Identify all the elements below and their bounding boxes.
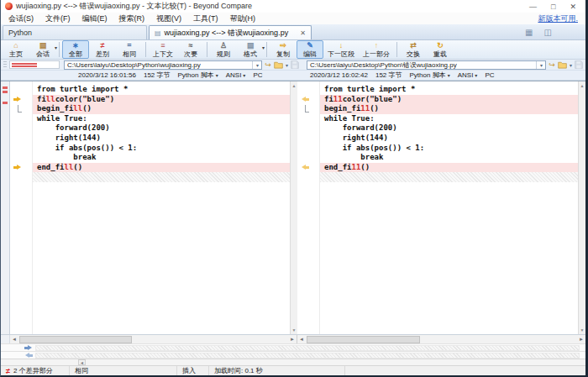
new-version-link[interactable]: 新版本可用. (538, 13, 578, 24)
scroll-up-icon[interactable]: ▲ (580, 83, 585, 88)
toolbar-home-button[interactable]: ⌂主页 (3, 40, 29, 59)
menu-view[interactable]: 视图(V) (150, 13, 187, 24)
left-encoding-select[interactable]: ANSI▾ (226, 71, 246, 79)
left-code-line-6[interactable]: right(144) (10, 134, 290, 144)
maximize-button[interactable]: □ (551, 3, 555, 11)
scroll-right-icon[interactable]: ► (288, 335, 297, 343)
detail-copy-left-arrow-icon[interactable] (24, 353, 33, 359)
right-code-line-9[interactable]: end_fi11() (297, 163, 578, 173)
right-path-combobox[interactable]: C:\Users\laiyu\Desktop\Python\错误wujiaoxi… (307, 60, 546, 70)
detail-scrollbar[interactable]: ◄ (1, 359, 585, 365)
scroll-track[interactable] (307, 336, 576, 343)
toolbar-rules-button[interactable]: ♙规则 (210, 40, 237, 59)
toolbar-all-button[interactable]: ∗全部 (62, 40, 89, 59)
diff-mark[interactable] (3, 91, 8, 93)
right-editor[interactable]: from turtle import *fi11color("blue")beg… (297, 81, 578, 334)
left-code-line-9[interactable]: end_fill() (10, 163, 290, 173)
right-code-line-4[interactable]: while True: (297, 114, 578, 124)
left-save-icon[interactable] (291, 60, 299, 69)
right-code-line-8[interactable]: break (297, 153, 578, 163)
right-line-detail-pane[interactable] (1, 351, 585, 359)
toolbar-differences-button[interactable]: ≠差别 (89, 40, 116, 59)
diff-overview-map[interactable] (1, 81, 10, 334)
scroll-left-icon[interactable]: ◄ (297, 335, 306, 343)
dropdown-arrow-icon[interactable]: ▾ (262, 45, 265, 50)
right-code-line-1[interactable]: from turtle import * (297, 85, 578, 95)
tab-python-session[interactable]: Python (3, 25, 147, 39)
scroll-track[interactable] (19, 336, 287, 343)
right-save-icon[interactable] (575, 60, 583, 69)
toolbar-context-button[interactable]: ≡上下文 (149, 40, 177, 59)
toolbar-copy-button[interactable]: ⇨复制 (270, 40, 297, 59)
detail-text-area[interactable] (35, 353, 580, 359)
right-vertical-scrollbar[interactable]: ▲ ▼ (578, 81, 585, 334)
menu-session[interactable]: 会话(S) (3, 13, 39, 24)
detail-text-area[interactable] (35, 345, 580, 351)
left-format-select[interactable]: Python 脚本▾ (178, 71, 218, 80)
copy-to-left-arrow-icon[interactable] (301, 165, 309, 170)
toolbar-reload-button[interactable]: ↻重载 (427, 40, 454, 59)
insert-mode-cell[interactable]: 插入 (177, 366, 209, 375)
left-path-dropdown-icon[interactable]: ▾ (252, 61, 261, 69)
right-code-line-7[interactable]: if abs(pos()) < 1: (297, 144, 578, 154)
toolbar-swap-button[interactable]: ⇄交换 (400, 40, 427, 59)
right-horizontal-scrollbar[interactable]: ◄ ► (297, 335, 585, 343)
toolbar-minor-button[interactable]: ≈次要 (177, 40, 204, 59)
left-open-arrow-icon[interactable]: ↪ (265, 61, 271, 69)
toolbar-format-button[interactable]: ▤格式▾ (237, 40, 264, 59)
right-browse-folder-icon[interactable] (558, 60, 567, 69)
right-code-line-5[interactable]: forward(200) (297, 123, 578, 134)
right-path-dropdown-icon[interactable]: ▾ (536, 61, 545, 69)
toolbar-next-section-button[interactable]: ↓下一区段 (323, 40, 359, 59)
panes-view-icon[interactable]: ▦ (525, 28, 533, 37)
left-vertical-scrollbar[interactable]: ▲ ▼ (290, 81, 297, 334)
right-encoding-select[interactable]: ANSI▾ (458, 71, 478, 79)
scroll-thumb[interactable] (19, 336, 132, 343)
scroll-thumb[interactable] (307, 336, 420, 343)
scroll-right-icon[interactable]: ► (577, 335, 585, 343)
left-path-combobox[interactable]: C:\Users\laiyu\Desktop\Python\wujiaoxing… (64, 60, 262, 70)
scroll-down-icon[interactable]: ▼ (292, 327, 297, 332)
toolbar-sessions-button[interactable]: ▤会话▾ (29, 40, 56, 59)
layout-toggle-icon[interactable]: ◫ (544, 28, 552, 37)
left-code-line-5[interactable]: forward(200) (10, 123, 290, 134)
scroll-down-icon[interactable]: ▼ (580, 327, 585, 332)
left-code-line-3[interactable]: begin_fill() (10, 104, 290, 114)
left-code-line-7[interactable]: if abs(pos()) < 1: (10, 144, 290, 154)
menu-search[interactable]: 搜索(R) (113, 13, 151, 24)
menu-tools[interactable]: 工具(T) (187, 13, 224, 24)
right-code-line-6[interactable]: right(144) (297, 134, 578, 144)
toolbar-edit-button[interactable]: ✎编辑 (297, 40, 323, 59)
close-button[interactable]: ✕ (570, 3, 576, 11)
tab-text-compare[interactable]: ▤ wujiaoxing.py <--> 错误wujiaoxing.py ✕ (149, 25, 312, 39)
menu-file[interactable]: 文件(F) (39, 13, 76, 24)
menu-help[interactable]: 帮助(H) (224, 13, 262, 24)
left-line-detail-pane[interactable] (1, 343, 585, 351)
copy-to-right-arrow-icon[interactable] (13, 165, 22, 170)
scroll-left-icon[interactable]: ◄ (10, 335, 18, 343)
diff-mark[interactable] (3, 102, 8, 104)
scroll-up-icon[interactable]: ▲ (292, 83, 297, 88)
right-code-line-2[interactable]: fi11color("blue") (297, 95, 578, 105)
left-code-line-8[interactable]: break (10, 153, 290, 163)
left-editor[interactable]: from turtle import *fillcolor("blue")beg… (10, 81, 290, 334)
left-browse-folder-icon[interactable] (274, 60, 283, 69)
left-code-line-1[interactable]: from turtle import * (10, 85, 290, 95)
copy-to-right-arrow-icon[interactable] (13, 97, 22, 102)
scroll-left-icon[interactable]: ◄ (78, 359, 86, 365)
detail-copy-right-arrow-icon[interactable] (24, 345, 33, 351)
diff-mark[interactable] (3, 86, 8, 89)
left-code-line-2[interactable]: fillcolor("blue") (10, 95, 290, 105)
right-code-line-3[interactable]: begin_fi11() (297, 104, 578, 114)
toolbar-same-button[interactable]: =相同 (116, 40, 143, 59)
left-horizontal-scrollbar[interactable]: ◄ ► (10, 335, 297, 343)
left-folder-dropdown-icon[interactable]: ▾ (286, 62, 288, 68)
minimize-button[interactable]: — (529, 3, 537, 11)
right-open-arrow-icon[interactable]: ↪ (549, 61, 555, 69)
copy-to-left-arrow-icon[interactable] (301, 97, 309, 102)
left-code-line-4[interactable]: while True: (10, 114, 290, 124)
tab-close-icon[interactable]: ✕ (300, 29, 306, 37)
menu-edit[interactable]: 编辑(E) (76, 13, 113, 24)
right-format-select[interactable]: Python 脚本▾ (410, 71, 450, 80)
toolbar-prev-section-button[interactable]: ↑上一部分 (359, 40, 394, 59)
